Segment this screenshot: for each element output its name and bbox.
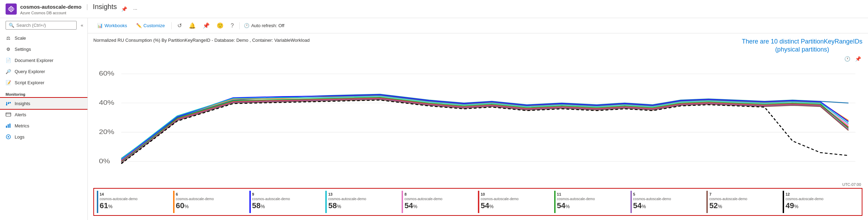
partition-note: There are 10 distinct PartitionKeyRangeI…	[742, 38, 862, 54]
chart-container: Normalized RU Consumption (%) By Partiti…	[88, 33, 868, 220]
auto-refresh-label: Auto refresh: Off	[251, 23, 284, 28]
sidebar-item-script-explorer[interactable]: 📝 Script Explorer	[0, 77, 87, 88]
insights-icon	[6, 101, 11, 106]
toolbar-separator-1	[171, 22, 172, 29]
sidebar-item-label: Query Explorer	[15, 69, 45, 74]
app-header: cosmos-autoscale-demo | Insights Azure C…	[0, 0, 868, 18]
legend-id: 8	[404, 192, 406, 196]
legend-pct: 49%	[785, 201, 855, 210]
logs-icon	[6, 134, 11, 140]
legend-pct: 54%	[557, 201, 627, 210]
svg-point-15	[8, 136, 9, 138]
pin-toolbar-button[interactable]: 📌	[200, 21, 212, 30]
more-button[interactable]: ···	[132, 6, 139, 13]
scale-icon: ⚖	[6, 35, 11, 41]
auto-refresh-control[interactable]: 🕐 Auto refresh: Off	[244, 23, 284, 28]
pin-button[interactable]: 📌	[120, 6, 129, 13]
title-divider: |	[86, 3, 88, 10]
legend-name: cosmos-autoscale-demo	[557, 197, 627, 201]
legend-name: cosmos-autoscale-demo	[176, 197, 246, 201]
svg-text:20%: 20%	[99, 128, 114, 135]
legend-pct: 61%	[100, 201, 170, 210]
smiley-button[interactable]: 🙂	[214, 21, 226, 30]
svg-rect-12	[8, 124, 9, 128]
sidebar-item-scale[interactable]: ⚖ Scale	[0, 32, 87, 44]
clock-icon: 🕐	[244, 23, 249, 28]
sidebar-item-document-explorer[interactable]: 📄 Document Explorer	[0, 55, 87, 66]
sidebar-item-label: Logs	[15, 134, 24, 140]
legend-item: 12 cosmos-autoscale-demo 49%	[783, 191, 859, 213]
legend-pct: 60%	[176, 201, 246, 210]
legend-item: 14 cosmos-autoscale-demo 61%	[97, 191, 173, 213]
svg-text:40%: 40%	[99, 99, 114, 106]
legend-id: 9	[252, 192, 254, 196]
content-area: 📊 Workbooks ✏️ Customize ↺ 🔔 📌 🙂 ? 🕐 Aut…	[88, 18, 868, 220]
legend-pct: 58%	[328, 201, 398, 210]
legend-id: 11	[557, 192, 561, 196]
alerts-icon	[6, 112, 11, 117]
toolbar: 📊 Workbooks ✏️ Customize ↺ 🔔 📌 🙂 ? 🕐 Aut…	[88, 18, 868, 33]
script-icon: 📝	[6, 80, 11, 85]
customize-button[interactable]: ✏️ Customize	[132, 21, 169, 30]
collapse-button[interactable]: «	[81, 20, 86, 31]
sidebar-item-label: Metrics	[15, 123, 29, 128]
legend-pct: 54%	[481, 201, 551, 210]
svg-rect-4	[6, 102, 7, 105]
search-box[interactable]: 🔍	[6, 21, 77, 30]
utc-label: UTC-07:00	[93, 182, 862, 187]
monitoring-section-label: Monitoring	[0, 88, 87, 98]
app-name: cosmos-autoscale-demo	[20, 4, 82, 10]
sidebar-item-insights[interactable]: Insights	[0, 98, 87, 109]
app-subtitle: Azure Cosmos DB account	[20, 11, 117, 15]
sidebar: 🔍 « ⚖ Scale ⚙ Settings 📄 Document Explor…	[0, 18, 88, 220]
history-button[interactable]: 🕐	[843, 55, 852, 62]
legend-id: 5	[633, 192, 635, 196]
legend-pct: 58%	[252, 201, 322, 210]
sidebar-item-alerts[interactable]: Alerts	[0, 109, 87, 120]
refresh-button[interactable]: ↺	[175, 21, 185, 30]
settings-icon: ⚙	[6, 46, 11, 52]
legend-pct: 54%	[633, 201, 703, 210]
legend-item: 5 cosmos-autoscale-demo 54%	[630, 191, 707, 213]
legend-name: cosmos-autoscale-demo	[404, 197, 474, 201]
header-title: cosmos-autoscale-demo | Insights	[20, 3, 117, 11]
chart-actions: 🕐 📌	[843, 55, 862, 62]
legend-pct: 52%	[709, 201, 779, 210]
main-layout: 🔍 « ⚖ Scale ⚙ Settings 📄 Document Explor…	[0, 18, 868, 220]
legend-item: 10 cosmos-autoscale-demo 54%	[478, 191, 554, 213]
legend-id: 6	[176, 192, 178, 196]
legend-name: cosmos-autoscale-demo	[100, 197, 170, 201]
svg-rect-11	[6, 126, 7, 128]
sidebar-item-label: Scale	[15, 36, 26, 41]
sidebar-item-label: Script Explorer	[15, 80, 44, 85]
svg-text:60%: 60%	[99, 70, 114, 77]
legend-item: 11 cosmos-autoscale-demo 54%	[554, 191, 630, 213]
chart-header: Normalized RU Consumption (%) By Partiti…	[93, 38, 862, 62]
sidebar-item-label: Alerts	[15, 112, 26, 117]
header-actions: 📌 ···	[120, 6, 139, 13]
legend-id: 10	[481, 192, 485, 196]
svg-text:0%: 0%	[99, 157, 110, 164]
sidebar-item-metrics[interactable]: Metrics	[0, 120, 87, 131]
sidebar-item-settings[interactable]: ⚙ Settings	[0, 44, 87, 55]
legend-name: cosmos-autoscale-demo	[709, 197, 779, 201]
filter-button[interactable]: 🔔	[186, 21, 199, 30]
legend-id: 12	[785, 192, 790, 196]
help-button[interactable]: ?	[228, 21, 237, 30]
chart-legend: 14 cosmos-autoscale-demo 61% 6 cosmos-au…	[93, 188, 862, 216]
svg-rect-9	[6, 113, 11, 116]
workbooks-button[interactable]: 📊 Workbooks	[93, 21, 131, 30]
search-input[interactable]	[16, 23, 73, 28]
svg-rect-6	[8, 102, 9, 103]
legend-item: 9 cosmos-autoscale-demo 58%	[249, 191, 326, 213]
fullscreen-button[interactable]: 📌	[854, 55, 862, 62]
legend-item: 6 cosmos-autoscale-demo 60%	[173, 191, 249, 213]
sidebar-item-query-explorer[interactable]: 🔎 Query Explorer	[0, 66, 87, 77]
sidebar-item-logs[interactable]: Logs	[0, 131, 87, 142]
metrics-icon	[6, 123, 11, 128]
chart-svg: 60% 40% 20% 0%	[93, 65, 862, 182]
toolbar-separator-2	[239, 22, 240, 29]
pencil-icon: ✏️	[136, 23, 142, 28]
sidebar-item-label: Document Explorer	[15, 58, 53, 63]
sidebar-item-label: Settings	[15, 47, 31, 52]
